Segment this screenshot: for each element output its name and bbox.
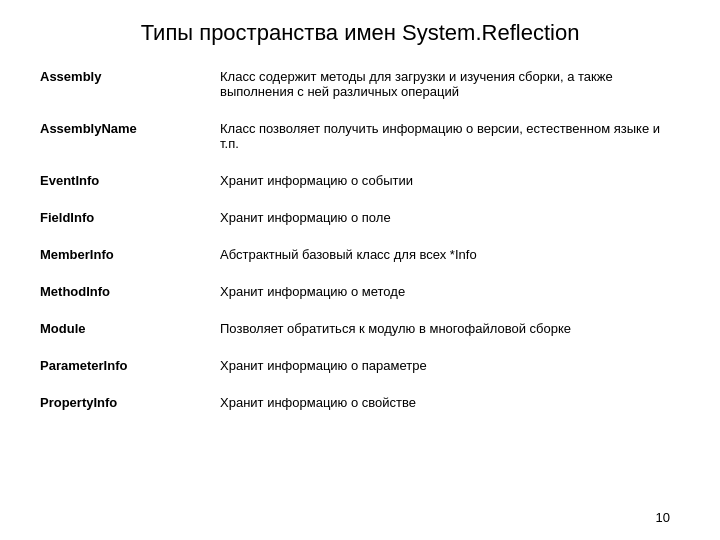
- term-cell: EventInfo: [40, 168, 220, 194]
- description-cell: Позволяет обратиться к модулю в многофай…: [220, 316, 680, 342]
- spacer-row: [40, 305, 680, 316]
- description-cell: Хранит информацию о свойстве: [220, 390, 680, 416]
- table-row: AssemblyNameКласс позволяет получить инф…: [40, 116, 680, 157]
- spacer-row: [40, 268, 680, 279]
- spacer-row: [40, 231, 680, 242]
- spacer-row: [40, 194, 680, 205]
- table-row: FieldInfoХранит информацию о поле: [40, 205, 680, 231]
- term-cell: Module: [40, 316, 220, 342]
- description-cell: Хранит информацию о поле: [220, 205, 680, 231]
- term-cell: ParameterInfo: [40, 353, 220, 379]
- table-row: EventInfoХранит информацию о событии: [40, 168, 680, 194]
- spacer-row: [40, 342, 680, 353]
- table-row: PropertyInfoХранит информацию о свойстве: [40, 390, 680, 416]
- table-row: ParameterInfoХранит информацию о парамет…: [40, 353, 680, 379]
- spacer-row: [40, 379, 680, 390]
- term-cell: MemberInfo: [40, 242, 220, 268]
- description-cell: Абстрактный базовый класс для всех *Info: [220, 242, 680, 268]
- spacer-row: [40, 416, 680, 427]
- page-number: 10: [656, 510, 670, 525]
- content-table: AssemblyКласс содержит методы для загруз…: [40, 64, 680, 427]
- term-cell: AssemblyName: [40, 116, 220, 157]
- page-title: Типы пространства имен System.Reflection: [40, 20, 680, 46]
- description-cell: Хранит информацию о событии: [220, 168, 680, 194]
- description-cell: Хранит информацию о методе: [220, 279, 680, 305]
- description-cell: Хранит информацию о параметре: [220, 353, 680, 379]
- table-row: ModuleПозволяет обратиться к модулю в мн…: [40, 316, 680, 342]
- term-cell: PropertyInfo: [40, 390, 220, 416]
- term-cell: MethodInfo: [40, 279, 220, 305]
- spacer-row: [40, 105, 680, 116]
- table-row: MethodInfoХранит информацию о методе: [40, 279, 680, 305]
- page: Типы пространства имен System.Reflection…: [0, 0, 720, 540]
- term-cell: FieldInfo: [40, 205, 220, 231]
- term-cell: Assembly: [40, 64, 220, 105]
- spacer-row: [40, 157, 680, 168]
- table-row: AssemblyКласс содержит методы для загруз…: [40, 64, 680, 105]
- description-cell: Класс позволяет получить информацию о ве…: [220, 116, 680, 157]
- description-cell: Класс содержит методы для загрузки и изу…: [220, 64, 680, 105]
- table-row: MemberInfoАбстрактный базовый класс для …: [40, 242, 680, 268]
